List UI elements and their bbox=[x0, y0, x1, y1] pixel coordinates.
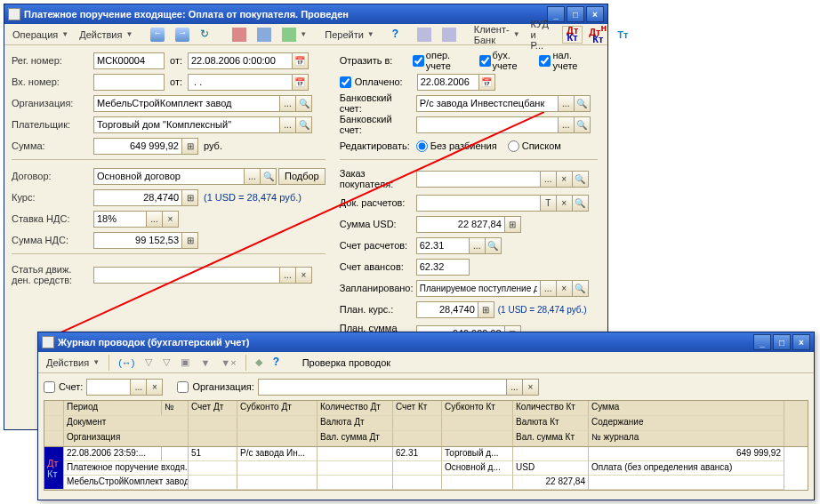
invdate-input[interactable] bbox=[188, 74, 293, 91]
ellipsis-icon[interactable]: ... bbox=[558, 116, 575, 133]
search-icon[interactable]: 🔍 bbox=[572, 195, 589, 212]
paid-date-input[interactable] bbox=[417, 74, 479, 91]
date-picker-icon[interactable]: 📅 bbox=[292, 74, 309, 91]
ellipsis-icon[interactable]: ... bbox=[540, 171, 557, 188]
entries-grid[interactable]: Период № Счет Дт Субконто Дт Количество … bbox=[44, 400, 808, 491]
payer-input[interactable] bbox=[93, 116, 280, 133]
regnum-input[interactable] bbox=[93, 52, 165, 69]
acc1-input[interactable] bbox=[416, 237, 470, 254]
acc2-input[interactable] bbox=[416, 259, 470, 276]
order-input[interactable] bbox=[416, 171, 541, 188]
nal-checkbox[interactable] bbox=[539, 55, 551, 67]
search-icon[interactable]: 🔍 bbox=[574, 95, 591, 112]
titlebar[interactable]: Платежное поручение входящее: Оплата от … bbox=[4, 4, 607, 24]
col-sub-kt[interactable]: Субконто Кт bbox=[442, 401, 513, 416]
search-icon[interactable]: 🔍 bbox=[295, 116, 312, 133]
titlebar[interactable]: Журнал проводок (бухгалтерский учет) _ □… bbox=[38, 332, 814, 352]
filter-button[interactable]: ▽ bbox=[141, 354, 157, 372]
bukh-checkbox[interactable] bbox=[479, 55, 491, 67]
t-icon[interactable]: T bbox=[540, 195, 557, 212]
col-qty-dt[interactable]: Количество Дт bbox=[318, 401, 393, 416]
search-icon[interactable]: 🔍 bbox=[295, 95, 312, 112]
ellipsis-icon[interactable]: ... bbox=[469, 237, 486, 254]
tool-x[interactable]: ◆ bbox=[251, 354, 267, 372]
sumusd-input[interactable] bbox=[416, 216, 505, 233]
org-filter-input[interactable] bbox=[258, 379, 507, 396]
tool-3[interactable]: ▼ bbox=[277, 26, 311, 44]
paid-checkbox[interactable] bbox=[340, 76, 351, 88]
ellipsis-icon[interactable]: ... bbox=[146, 211, 163, 228]
clear-icon[interactable]: × bbox=[556, 195, 573, 212]
oper-checkbox[interactable] bbox=[413, 55, 424, 67]
search-icon[interactable]: 🔍 bbox=[572, 171, 589, 188]
edit-single-radio[interactable] bbox=[416, 140, 428, 152]
regdate-input[interactable] bbox=[188, 52, 293, 69]
sum-input[interactable] bbox=[93, 138, 182, 155]
dtkt-button[interactable]: ДтКт bbox=[562, 26, 583, 44]
col-acc-kt[interactable]: Счет Кт bbox=[393, 401, 442, 416]
date-picker-icon[interactable]: 📅 bbox=[292, 52, 309, 69]
planned-input[interactable] bbox=[416, 280, 541, 297]
ellipsis-icon[interactable]: ... bbox=[558, 95, 575, 112]
nav-button[interactable]: (↔) bbox=[114, 354, 139, 372]
cashstat-input[interactable] bbox=[93, 267, 280, 284]
col-sub-dt[interactable]: Субконто Дт bbox=[237, 401, 318, 416]
operation-menu[interactable]: Операция▼ bbox=[8, 26, 73, 44]
kudp-button[interactable]: КУД и Р... bbox=[527, 26, 553, 44]
tool-button[interactable]: ▣ bbox=[176, 354, 194, 372]
select-button[interactable]: Подбор bbox=[278, 168, 326, 185]
acct-filter-checkbox[interactable] bbox=[44, 381, 55, 393]
docs-input[interactable] bbox=[416, 195, 541, 212]
maximize-button[interactable]: □ bbox=[773, 334, 791, 350]
calculator-icon[interactable]: ⊞ bbox=[181, 138, 198, 155]
clientbank-menu[interactable]: Клиент-Банк▼ bbox=[470, 26, 525, 44]
funnel-button[interactable]: ▼ bbox=[196, 354, 214, 372]
ellipsis-icon[interactable]: ... bbox=[244, 168, 261, 185]
tool-4[interactable] bbox=[413, 26, 436, 44]
calculator-icon[interactable]: ⊞ bbox=[478, 301, 494, 318]
actions-menu[interactable]: Действия▼ bbox=[42, 354, 104, 372]
clear-icon[interactable]: × bbox=[522, 379, 539, 396]
check-label[interactable]: Проверка проводок bbox=[302, 357, 390, 368]
org-filter-checkbox[interactable] bbox=[177, 381, 189, 393]
tt-button[interactable]: Тт bbox=[613, 26, 632, 44]
rate-input[interactable] bbox=[93, 189, 182, 206]
close-button[interactable]: × bbox=[792, 334, 810, 350]
table-row[interactable]: ДтКт 22.08.2006 23:59:... 51 Р/с завода … bbox=[44, 447, 808, 490]
clear-icon[interactable]: × bbox=[295, 267, 312, 284]
bank1-input[interactable] bbox=[416, 95, 559, 112]
clear-icon[interactable]: × bbox=[146, 379, 163, 396]
calculator-icon[interactable]: ⊞ bbox=[504, 216, 521, 233]
search-icon[interactable]: 🔍 bbox=[572, 280, 589, 297]
clear-icon[interactable]: × bbox=[556, 280, 573, 297]
tool-5[interactable] bbox=[438, 26, 461, 44]
col-sum[interactable]: Сумма bbox=[589, 401, 784, 416]
org-input[interactable] bbox=[93, 95, 280, 112]
ellipsis-icon[interactable]: ... bbox=[130, 379, 147, 396]
help-button[interactable] bbox=[388, 26, 411, 44]
tool-2[interactable] bbox=[253, 26, 276, 44]
next-button[interactable] bbox=[171, 26, 194, 44]
close-button[interactable]: × bbox=[586, 6, 604, 22]
ellipsis-icon[interactable]: ... bbox=[279, 267, 296, 284]
prate-input[interactable] bbox=[416, 301, 478, 318]
acct-filter-input[interactable] bbox=[86, 379, 131, 396]
prev-button[interactable] bbox=[146, 26, 169, 44]
tool-1[interactable] bbox=[228, 26, 251, 44]
minimize-button[interactable]: _ bbox=[547, 6, 565, 22]
goto-menu[interactable]: Перейти▼ bbox=[320, 26, 379, 44]
maximize-button[interactable]: □ bbox=[567, 6, 584, 22]
help-button[interactable] bbox=[269, 354, 292, 372]
date-picker-icon[interactable]: 📅 bbox=[478, 74, 495, 91]
col-acc-dt[interactable]: Счет Дт bbox=[189, 401, 237, 416]
vatsum-input[interactable] bbox=[93, 232, 182, 249]
search-icon[interactable]: 🔍 bbox=[574, 116, 591, 133]
clear-icon[interactable]: × bbox=[162, 211, 179, 228]
calculator-icon[interactable]: ⊞ bbox=[181, 232, 198, 249]
vat-input[interactable] bbox=[93, 211, 147, 228]
contract-input[interactable] bbox=[93, 168, 245, 185]
ellipsis-icon[interactable]: ... bbox=[540, 280, 557, 297]
col-period[interactable]: Период bbox=[64, 401, 162, 416]
edit-list-radio[interactable] bbox=[508, 140, 519, 152]
invnum-input[interactable] bbox=[93, 74, 165, 91]
